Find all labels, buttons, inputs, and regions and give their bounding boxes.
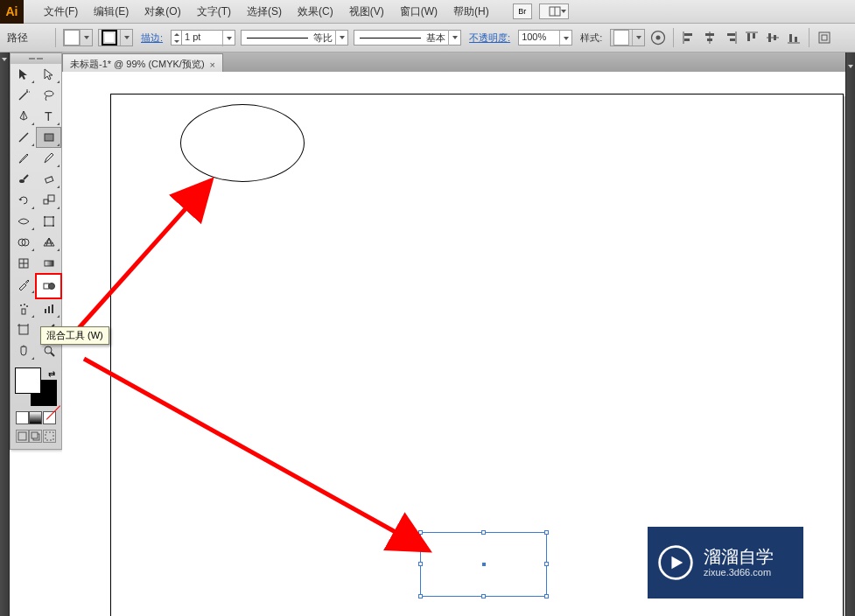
brush-definition[interactable]: 基本	[354, 30, 461, 46]
free-transform-tool[interactable]	[36, 211, 61, 232]
tools-panel-grip[interactable]	[11, 53, 61, 64]
eraser-tool[interactable]	[36, 169, 61, 190]
align-top-button[interactable]	[742, 28, 761, 47]
rectangle-object[interactable]	[420, 532, 547, 597]
svg-point-52	[20, 304, 22, 306]
menu-type[interactable]: 文字(T)	[189, 4, 239, 19]
svg-rect-37	[48, 195, 54, 201]
svg-point-3	[656, 36, 661, 40]
document-tab[interactable]: 未标题-1* @ 99% (CMYK/预览) ×	[62, 53, 223, 72]
width-tool[interactable]	[11, 211, 36, 232]
mesh-tool[interactable]	[11, 253, 36, 274]
rectangle-tool[interactable]	[36, 127, 61, 148]
svg-rect-57	[52, 304, 53, 313]
menu-object[interactable]: 对象(O)	[137, 4, 188, 19]
scale-tool[interactable]	[36, 190, 61, 211]
draw-inside-button[interactable]	[43, 430, 56, 443]
stroke-weight-input[interactable]: 1 pt	[171, 30, 235, 46]
svg-rect-38	[45, 217, 53, 226]
bridge-button[interactable]: Br	[513, 4, 532, 19]
draw-behind-button[interactable]	[29, 430, 42, 443]
svg-point-39	[44, 216, 46, 218]
variable-width-profile[interactable]: 等比	[241, 30, 348, 46]
svg-point-54	[26, 305, 28, 307]
blend-tool[interactable]	[35, 273, 62, 299]
align-right-button[interactable]	[721, 28, 740, 47]
watermark: 溜溜自学 zixue.3d66.com	[648, 527, 803, 598]
blob-brush-tool[interactable]	[11, 169, 36, 190]
menu-file[interactable]: 文件(F)	[36, 4, 86, 19]
svg-point-40	[53, 216, 54, 218]
rotate-tool[interactable]	[11, 190, 36, 211]
document-area: 未标题-1* @ 99% (CMYK/预览) × 溜溜自	[62, 52, 845, 616]
ellipse-object[interactable]	[180, 104, 305, 182]
opacity-input[interactable]: 100%	[518, 30, 572, 46]
layout-icon	[549, 6, 561, 17]
gradient-mode-button[interactable]	[29, 411, 42, 424]
align-vcenter-button[interactable]	[763, 28, 782, 47]
type-tool[interactable]: T	[36, 106, 61, 127]
svg-point-41	[44, 225, 46, 227]
svg-rect-55	[45, 309, 46, 313]
recolor-artwork-button[interactable]	[648, 28, 668, 47]
color-mode-button[interactable]	[16, 411, 29, 424]
paintbrush-tool[interactable]	[11, 148, 36, 169]
arrange-documents-button[interactable]	[539, 4, 569, 19]
perspective-grid-tool[interactable]	[36, 232, 61, 253]
close-icon[interactable]: ×	[210, 60, 215, 70]
direct-selection-tool[interactable]	[36, 64, 61, 85]
stroke-label[interactable]: 描边:	[136, 32, 168, 45]
eyedropper-tool[interactable]	[11, 274, 36, 295]
swap-fill-stroke-icon[interactable]: ⇄	[48, 369, 55, 379]
opacity-label[interactable]: 不透明度:	[464, 32, 515, 45]
canvas[interactable]: 溜溜自学 zixue.3d66.com	[62, 72, 845, 616]
svg-text:T: T	[45, 109, 53, 123]
stroke-swatch[interactable]	[98, 29, 133, 46]
pen-tool[interactable]	[11, 106, 36, 127]
shape-builder-tool[interactable]	[11, 232, 36, 253]
menu-window[interactable]: 窗口(W)	[392, 4, 445, 19]
svg-point-50	[48, 284, 54, 290]
svg-rect-8	[705, 33, 714, 36]
svg-rect-56	[48, 306, 50, 313]
fill-swatch[interactable]	[63, 29, 93, 46]
dock-toggle-icon[interactable]	[848, 56, 854, 62]
left-dock-strip	[0, 52, 10, 616]
lasso-tool[interactable]	[36, 85, 61, 106]
menu-edit[interactable]: 编辑(E)	[86, 4, 137, 19]
menu-effect[interactable]: 效果(C)	[290, 4, 341, 19]
right-dock-strip	[845, 52, 855, 616]
hand-tool[interactable]	[11, 340, 36, 361]
watermark-url: zixue.3d66.com	[704, 567, 774, 578]
menu-help[interactable]: 帮助(H)	[445, 4, 497, 19]
svg-rect-36	[44, 200, 48, 204]
align-bottom-button[interactable]	[784, 28, 803, 47]
align-left-button[interactable]	[679, 28, 698, 47]
column-graph-tool[interactable]	[36, 298, 61, 319]
svg-rect-65	[18, 432, 26, 440]
gradient-tool[interactable]	[36, 253, 61, 274]
graphic-style[interactable]	[610, 29, 645, 46]
draw-normal-button[interactable]	[16, 430, 29, 443]
magic-wand-tool[interactable]	[11, 85, 36, 106]
align-hcenter-button[interactable]	[700, 28, 719, 47]
selection-tool[interactable]	[11, 64, 36, 85]
symbol-sprayer-tool[interactable]	[11, 298, 36, 319]
tool-tooltip: 混合工具 (W)	[40, 326, 109, 345]
svg-point-28	[45, 91, 53, 96]
menu-view[interactable]: 视图(V)	[341, 4, 392, 19]
pencil-tool[interactable]	[36, 148, 61, 169]
svg-line-24	[19, 93, 26, 100]
document-tabs: 未标题-1* @ 99% (CMYK/预览) ×	[62, 52, 845, 72]
none-mode-button[interactable]	[43, 411, 56, 424]
svg-point-33	[19, 179, 25, 183]
svg-point-25	[26, 91, 28, 93]
fill-color[interactable]	[15, 368, 41, 394]
transform-button[interactable]	[815, 28, 834, 47]
dock-toggle-icon[interactable]	[2, 56, 8, 62]
svg-rect-9	[707, 38, 712, 41]
svg-rect-51	[22, 309, 25, 314]
menu-select[interactable]: 选择(S)	[239, 4, 290, 19]
artboard-tool[interactable]	[11, 319, 36, 340]
line-segment-tool[interactable]	[11, 127, 36, 148]
